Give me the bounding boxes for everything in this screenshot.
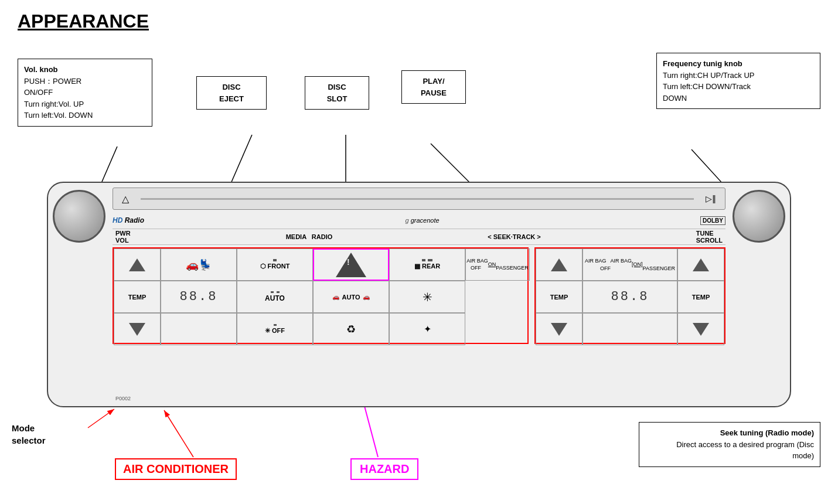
right-temp-down[interactable] bbox=[536, 313, 582, 345]
svg-line-8 bbox=[88, 409, 114, 428]
right-temp-display: 88.8 bbox=[582, 281, 677, 313]
vol-knob-title: Vol. knob bbox=[24, 65, 58, 74]
seek-tuning-annotation: Seek tuning (Radio mode) Direct access t… bbox=[639, 422, 820, 467]
freq-knob-right: Turn right:CH UP/Track UP bbox=[663, 71, 755, 80]
fan-speed-cell[interactable]: ✳ bbox=[389, 281, 465, 313]
media-radio-label[interactable]: MEDIA RADIO bbox=[286, 233, 333, 240]
pwr-vol-label: PWRVOL bbox=[115, 230, 131, 244]
seek-tuning-line3: mode) bbox=[792, 451, 814, 460]
vol-knob-left: Turn left:Vol. DOWN bbox=[24, 111, 93, 120]
ac-panel: 🚗💺 ⬡ FRONT ! ▦ REAR AIR BAGOFF ONPASSENG… bbox=[113, 247, 529, 344]
controls-row: PWRVOL MEDIA RADIO < SEEK·TRACK > TUNESC… bbox=[113, 229, 725, 245]
freq-knob-annotation: Frequency tunig knob Turn right:CH UP/Tr… bbox=[656, 53, 820, 109]
disc-eject-annotation: DISCEJECT bbox=[196, 76, 267, 110]
left-vol-knob[interactable] bbox=[53, 190, 105, 243]
auto-fan-button[interactable]: 🚗 AUTO 🚗 bbox=[313, 281, 389, 313]
off-button[interactable]: ✳ OFF bbox=[237, 313, 313, 345]
disc-eject-label: DISCEJECT bbox=[219, 83, 244, 103]
hazard-button[interactable]: ! bbox=[313, 248, 389, 281]
right-temp-down2[interactable] bbox=[677, 313, 724, 345]
right-temp-up2[interactable] bbox=[677, 248, 724, 281]
vol-knob-push: PUSH：POWER bbox=[24, 77, 81, 86]
tune-scroll-label[interactable]: TUNESCROLL bbox=[696, 230, 723, 244]
freq-knob-down: DOWN bbox=[663, 94, 687, 103]
seek-tuning-line2: Direct access to a desired program (Disc bbox=[676, 440, 814, 449]
freq-knob-left: Turn left:CH DOWN/Track bbox=[663, 82, 751, 91]
airbag-panel: AIR BAG AIR BAGOFF [ON]PASSENGER TEMP 88… bbox=[534, 247, 725, 344]
brand-right: g gracenote bbox=[405, 217, 439, 224]
play-pause-button[interactable]: ▷‖ bbox=[706, 194, 716, 203]
airbag-label-cell: AIR BAG AIR BAGOFF [ON]PASSENGER bbox=[582, 248, 677, 281]
right-temp-label2: TEMP bbox=[677, 281, 724, 313]
recirc-button[interactable]: ♻ bbox=[313, 313, 389, 345]
vol-knob-onoff: ON/OFF bbox=[24, 88, 53, 97]
disc-slot-annotation: DISCSLOT bbox=[305, 76, 369, 110]
front-button[interactable]: ⬡ FRONT bbox=[237, 248, 313, 281]
freq-knob-title: Frequency tunig knob bbox=[663, 59, 742, 68]
disc-slot-label: DISCSLOT bbox=[327, 83, 348, 103]
temp-label-cell: TEMP bbox=[114, 281, 161, 313]
play-pause-label: PLAY/PAUSE bbox=[421, 77, 447, 97]
seek-track-label[interactable]: < SEEK·TRACK > bbox=[488, 233, 540, 240]
right-empty bbox=[582, 313, 677, 345]
disc-area: △ ▷‖ bbox=[113, 188, 725, 210]
seek-tuning-line1: Seek tuning (Radio mode) bbox=[720, 428, 814, 437]
right-temp-up[interactable] bbox=[536, 248, 582, 281]
brand-dolby: DOLBY bbox=[700, 216, 725, 225]
disc-slot-indicator bbox=[141, 198, 694, 200]
vol-knob-annotation: Vol. knob PUSH：POWER ON/OFF Turn right:V… bbox=[18, 59, 152, 127]
temp-display-left: 88.8 bbox=[161, 281, 237, 313]
page-title: APPEARANCE bbox=[18, 11, 149, 32]
vol-knob-right: Turn right:Vol. UP bbox=[24, 100, 84, 108]
right-freq-knob[interactable] bbox=[733, 190, 785, 243]
eject-button[interactable]: △ bbox=[122, 193, 129, 205]
right-temp-label: TEMP bbox=[536, 281, 582, 313]
car-seat-cell[interactable]: 🚗💺 bbox=[161, 248, 237, 281]
rear-button[interactable]: ▦ REAR bbox=[389, 248, 465, 281]
brand-left: HD Radio bbox=[113, 216, 144, 224]
air-conditioner-label: AIR CONDITIONER bbox=[115, 458, 237, 480]
stereo-unit: △ ▷‖ HD Radio g gracenote DOLBY PWRVOL M… bbox=[47, 182, 791, 407]
svg-line-9 bbox=[164, 410, 193, 457]
mode-selector-annotation: Modeselector bbox=[12, 422, 46, 447]
auto-button[interactable]: AUTO bbox=[237, 281, 313, 313]
temp-down-button[interactable] bbox=[114, 313, 161, 345]
fan-small-cell[interactable]: ✦ bbox=[389, 313, 465, 345]
temp-up-button[interactable] bbox=[114, 248, 161, 281]
play-pause-annotation: PLAY/PAUSE bbox=[401, 70, 466, 104]
brand-row: HD Radio g gracenote DOLBY bbox=[113, 213, 725, 227]
bottom-label: P0002 bbox=[115, 396, 131, 401]
hazard-label: HAZARD bbox=[350, 458, 418, 480]
empty-cell bbox=[161, 313, 237, 345]
airbag-cell: AIR BAGOFF ONPASSENGER bbox=[465, 248, 530, 281]
